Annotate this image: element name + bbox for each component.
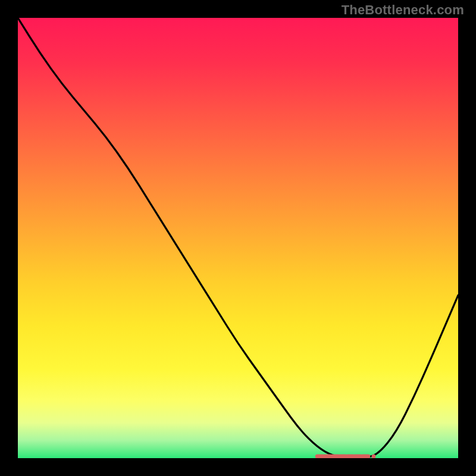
bottleneck-chart <box>18 18 458 458</box>
optimal-range-marker <box>317 455 375 458</box>
gradient-backdrop <box>18 18 458 458</box>
plot-area <box>18 18 458 458</box>
watermark-text: TheBottleneck.com <box>342 2 464 18</box>
chart-container: TheBottleneck.com <box>0 0 476 476</box>
